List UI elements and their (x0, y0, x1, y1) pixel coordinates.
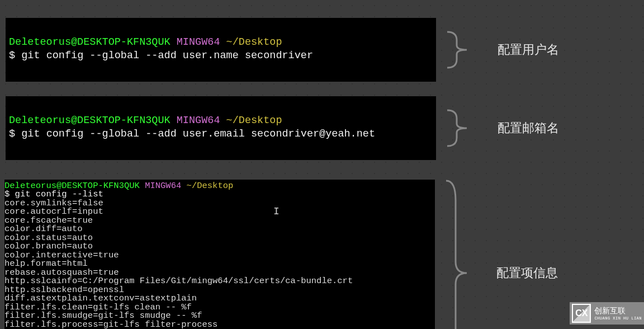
watermark: CX 创新互联 CHUANG XIN HU LIAN (570, 302, 644, 325)
brace-email (442, 109, 475, 148)
prompt-path: ~/Desktop (226, 115, 282, 126)
terminal-username[interactable]: Deleteorus@DESKTOP-KFN3QUK MINGW64 ~/Des… (6, 18, 436, 82)
prompt-path: ~/Desktop (187, 181, 234, 191)
terminal-config-list[interactable]: Deleteorus@DESKTOP-KFN3QUK MINGW64 ~/Des… (4, 180, 435, 329)
prompt-env: MINGW64 (145, 181, 181, 191)
prompt-user: Deleteorus@DESKTOP-KFN3QUK (9, 36, 171, 48)
prompt-path: ~/Desktop (226, 36, 282, 48)
prompt-symbol: $ (9, 50, 21, 62)
brace-info (441, 178, 474, 329)
prompt-env: MINGW64 (177, 115, 220, 126)
command-username: git config --global --add user.name seco… (21, 50, 313, 62)
brace-username (442, 30, 475, 69)
row-email: Deleteorus@DESKTOP-KFN3QUK MINGW64 ~/Des… (6, 96, 644, 160)
row-info: Deleteorus@DESKTOP-KFN3QUK MINGW64 ~/Des… (6, 178, 644, 329)
prompt-user: Deleteorus@DESKTOP-KFN3QUK (9, 115, 171, 126)
label-email: 配置邮箱名 (498, 120, 559, 137)
prompt-symbol: $ (9, 128, 21, 140)
label-username: 配置用户名 (498, 41, 559, 58)
command-email: git config --global --add user.email sec… (21, 128, 375, 140)
main-container: Deleteorus@DESKTOP-KFN3QUK MINGW64 ~/Des… (0, 0, 644, 329)
terminal-email[interactable]: Deleteorus@DESKTOP-KFN3QUK MINGW64 ~/Des… (6, 96, 436, 160)
row-username: Deleteorus@DESKTOP-KFN3QUK MINGW64 ~/Des… (6, 18, 644, 82)
watermark-pinyin: CHUANG XIN HU LIAN (594, 316, 642, 321)
prompt-env: MINGW64 (177, 36, 220, 48)
watermark-logo-icon: CX (572, 304, 591, 323)
label-info: 配置项信息 (496, 265, 558, 281)
watermark-cn: 创新互联 (594, 306, 641, 316)
